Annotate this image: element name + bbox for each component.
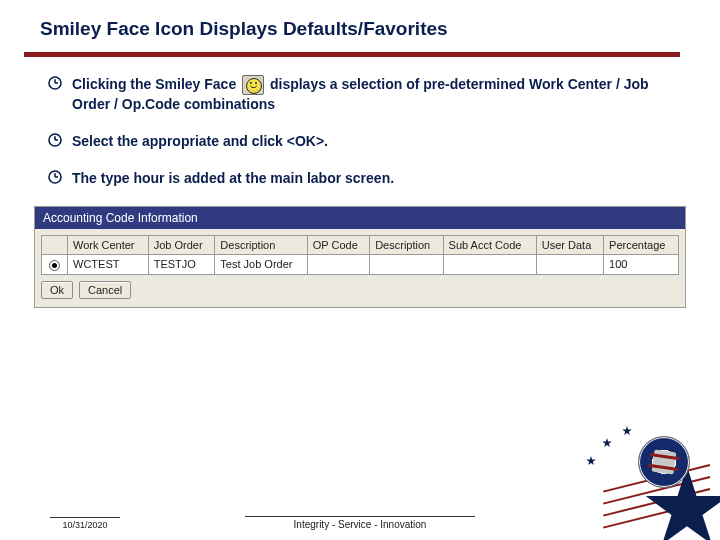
footer-tagline: Integrity - Service - Innovation [245,516,475,530]
slide-footer: 10/31/2020 Integrity - Service - Innovat… [0,494,720,540]
footer-date: 10/31/2020 [50,517,120,530]
page-number: 13 [652,520,662,530]
seal-icon [638,436,690,488]
table-header-row: Work Center Job Order Description OP Cod… [42,235,679,254]
clock-icon [48,76,62,90]
col-select [42,235,68,254]
col-work-center: Work Center [68,235,149,254]
cell-sub-acct [443,254,536,274]
bullet-item: Clicking the Smiley Face displays a sele… [48,75,680,114]
col-description: Description [215,235,307,254]
bullet-item: Select the appropriate and click <OK>. [48,132,680,151]
clock-icon [48,133,62,147]
bullet-text-segment: Clicking the Smiley Face [72,76,240,92]
cell-percentage: 100 [604,254,679,274]
footer-emblem [570,420,720,540]
bullet-list: Clicking the Smiley Face displays a sele… [0,57,720,188]
ok-button[interactable]: Ok [41,281,73,299]
accounting-table: Work Center Job Order Description OP Cod… [41,235,679,275]
clock-icon [48,170,62,184]
dialog-titlebar: Accounting Code Information [35,207,685,229]
cell-job-order: TESTJO [148,254,215,274]
col-user-data: User Data [536,235,603,254]
star-icon [602,438,612,448]
col-sub-acct: Sub Acct Code [443,235,536,254]
col-percentage: Percentage [604,235,679,254]
star-icon [586,456,596,466]
bullet-text: The type hour is added at the main labor… [72,169,680,188]
table-row[interactable]: WCTEST TESTJO Test Job Order 100 [42,254,679,274]
col-job-order: Job Order [148,235,215,254]
star-icon [622,426,632,436]
cancel-button[interactable]: Cancel [79,281,131,299]
bullet-item: The type hour is added at the main labor… [48,169,680,188]
row-radio[interactable] [49,260,60,271]
col-op-description: Description [370,235,443,254]
smiley-face-icon [242,75,264,95]
bullet-text: Select the appropriate and click <OK>. [72,132,680,151]
cell-user-data [536,254,603,274]
cell-work-center: WCTEST [68,254,149,274]
cell-op-code [307,254,369,274]
cell-op-description [370,254,443,274]
accounting-code-dialog: Accounting Code Information Work Center … [34,206,686,308]
page-title: Smiley Face Icon Displays Defaults/Favor… [40,18,680,40]
cell-description: Test Job Order [215,254,307,274]
col-op-code: OP Code [307,235,369,254]
